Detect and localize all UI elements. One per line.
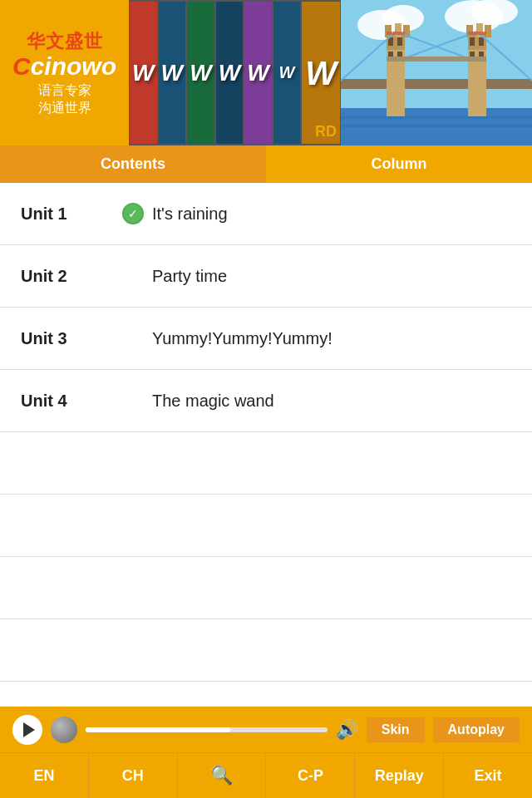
svg-rect-21 xyxy=(479,37,484,46)
svg-rect-31 xyxy=(387,57,486,62)
unit-4-label: Unit 4 xyxy=(21,392,121,411)
logo: 华文盛世 Ccinowo 语言专家 沟通世界 xyxy=(0,0,129,145)
svg-rect-33 xyxy=(468,32,486,35)
content-area: Unit 1 ✓ It's raining Unit 2 Party time … xyxy=(0,183,532,707)
play-icon xyxy=(23,722,35,737)
app-container: 华文盛世 Ccinowo 语言专家 沟通世界 W W W W W W W RD xyxy=(0,0,532,798)
unit-2-no-check xyxy=(121,264,145,288)
book-6: W xyxy=(273,2,301,144)
svg-rect-32 xyxy=(387,32,405,35)
autoplay-button[interactable]: Autoplay xyxy=(433,717,520,742)
nav-replay[interactable]: Replay xyxy=(355,753,444,798)
book-2: W xyxy=(159,2,186,144)
unit-3-label: Unit 3 xyxy=(21,329,121,348)
play-button[interactable] xyxy=(12,715,42,745)
unit-row-4[interactable]: Unit 4 The magic wand xyxy=(0,370,532,432)
player-bar: 🔊 Skin Autoplay xyxy=(0,707,532,752)
book-3: W xyxy=(187,2,214,144)
logo-sub1: 语言专家 xyxy=(38,82,91,100)
check-icon: ✓ xyxy=(122,203,144,224)
nav-ch[interactable]: CH xyxy=(89,753,178,798)
svg-rect-6 xyxy=(341,116,532,119)
book-1: W xyxy=(130,2,157,144)
unit-1-check: ✓ xyxy=(121,201,145,226)
unit-3-title: Yummy!Yummy!Yummy! xyxy=(152,329,332,348)
svg-rect-12 xyxy=(397,37,402,46)
skin-button[interactable]: Skin xyxy=(367,717,425,742)
logo-brand: 华文盛世 xyxy=(27,29,103,54)
progress-bar[interactable] xyxy=(86,727,328,732)
progress-fill xyxy=(86,727,230,732)
unit-row-3[interactable]: Unit 3 Yummy!Yummy!Yummy! xyxy=(0,308,532,370)
logo-name: Ccinowo xyxy=(12,54,116,79)
svg-rect-20 xyxy=(470,37,475,46)
player-knob[interactable] xyxy=(51,717,77,743)
book-7: W RD xyxy=(302,2,340,144)
book-5: W xyxy=(244,2,272,144)
tab-contents[interactable]: Contents xyxy=(0,145,266,183)
svg-rect-16 xyxy=(395,23,401,37)
empty-row-2 xyxy=(0,495,532,557)
unit-3-no-check xyxy=(121,326,145,351)
unit-4-title: The magic wand xyxy=(152,392,274,411)
empty-row-1 xyxy=(0,432,532,495)
tower-bridge-image xyxy=(341,0,532,145)
nav-cp[interactable]: C-P xyxy=(266,753,355,798)
books-strip: W W W W W W W RD xyxy=(129,0,341,145)
tab-column[interactable]: Column xyxy=(266,145,532,183)
svg-rect-26 xyxy=(485,25,491,37)
header: 华文盛世 Ccinowo 语言专家 沟通世界 W W W W W W W RD xyxy=(0,0,532,145)
book-4: W xyxy=(216,2,244,144)
unit-1-title: It's raining xyxy=(152,204,228,224)
empty-row-4 xyxy=(0,619,532,682)
empty-row-3 xyxy=(0,557,532,619)
nav-search[interactable]: 🔍 xyxy=(178,753,267,798)
nav-exit[interactable]: Exit xyxy=(444,753,532,798)
volume-icon[interactable]: 🔊 xyxy=(336,719,358,741)
nav-en[interactable]: EN xyxy=(0,753,89,798)
unit-4-no-check xyxy=(121,388,145,413)
unit-2-title: Party time xyxy=(152,267,227,286)
unit-row-1[interactable]: Unit 1 ✓ It's raining xyxy=(0,183,532,245)
svg-rect-8 xyxy=(341,79,532,89)
search-icon: 🔍 xyxy=(210,765,233,786)
bottom-nav: EN CH 🔍 C-P Replay Exit xyxy=(0,752,532,798)
tabs: Contents Column xyxy=(0,145,532,183)
unit-1-label: Unit 1 xyxy=(21,204,121,224)
logo-sub2: 沟通世界 xyxy=(38,100,91,117)
unit-row-2[interactable]: Unit 2 Party time xyxy=(0,245,532,308)
svg-rect-7 xyxy=(341,125,532,127)
unit-2-label: Unit 2 xyxy=(21,267,121,286)
